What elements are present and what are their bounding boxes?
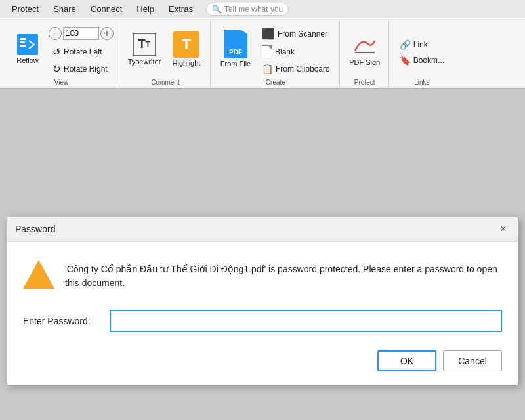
search-icon: 🔍 xyxy=(212,5,222,14)
dialog-body: ! 'Công ty Cổ phần Đầu tư Thế Giới Di Độ… xyxy=(7,242,518,385)
rotate-right-button[interactable]: ↻ Rotate Right xyxy=(49,61,114,77)
rotate-right-icon: ↻ xyxy=(52,63,61,75)
dialog-message-text: 'Công ty Cổ phần Đầu tư Thế Giới Di Động… xyxy=(65,260,502,290)
warning-icon: ! xyxy=(23,260,54,291)
menu-connect[interactable]: Connect xyxy=(84,3,129,15)
dialog-close-button[interactable]: × xyxy=(497,222,510,236)
protect-label: Protect xyxy=(341,79,388,86)
links-group: 🔗 Link 🔖 Bookm... Links xyxy=(390,21,453,89)
password-row: Enter Password: xyxy=(23,310,502,332)
menu-bar: Protect Share Connect Help Extras 🔍 Tell… xyxy=(0,0,525,18)
comment-label: Comment xyxy=(121,79,210,86)
zoom-out-button[interactable]: − xyxy=(49,27,62,40)
create-label: Create xyxy=(212,79,339,86)
from-file-button[interactable]: PDF From File xyxy=(217,26,254,73)
create-group: PDF From File ⬛ From Scanner Blank xyxy=(212,21,340,89)
reflow-icon xyxy=(17,34,38,55)
zoom-stack: − + ↺ Rotate Left ↻ Rotate Right xyxy=(49,22,114,77)
links-label: Links xyxy=(390,79,453,86)
links-stack: 🔗 Link 🔖 Bookm... xyxy=(396,31,448,68)
bookmark-button[interactable]: 🔖 Bookm... xyxy=(396,53,448,68)
password-input[interactable] xyxy=(110,310,502,332)
zoom-input[interactable] xyxy=(63,27,99,40)
password-dialog: Password × ! 'Công ty Cổ phần Đầu tư Thế… xyxy=(7,217,518,385)
warning-exclaim: ! xyxy=(36,242,41,256)
view-group: Reflow − + ↺ Rotate Left ↻ Rotate xyxy=(4,21,119,89)
typewriter-button[interactable]: TT Typewriter xyxy=(126,26,163,73)
typewriter-icon: TT xyxy=(133,33,156,56)
from-file-icon: PDF xyxy=(224,30,247,58)
link-icon: 🔗 xyxy=(400,39,411,50)
tell-me-box[interactable]: 🔍 Tell me what you xyxy=(206,3,289,16)
menu-share[interactable]: Share xyxy=(47,3,83,15)
from-scanner-button[interactable]: ⬛ From Scanner xyxy=(258,26,334,42)
warning-triangle: ! xyxy=(23,260,54,289)
rotate-left-icon: ↺ xyxy=(52,46,61,58)
pdf-sign-icon xyxy=(352,31,378,57)
protect-group: PDF Sign Protect xyxy=(341,21,389,89)
menu-protect[interactable]: Protect xyxy=(5,3,45,15)
menu-help[interactable]: Help xyxy=(130,3,161,15)
rotate-left-button[interactable]: ↺ Rotate Left xyxy=(49,44,114,60)
highlight-button[interactable]: T Highlight xyxy=(168,26,205,73)
blank-button[interactable]: Blank xyxy=(258,43,334,60)
clipboard-icon: 📋 xyxy=(262,64,273,74)
pdf-sign-button[interactable]: PDF Sign xyxy=(346,26,383,73)
password-label: Enter Password: xyxy=(23,316,102,326)
dialog-overlay: Password × ! 'Công ty Cổ phần Đầu tư Thế… xyxy=(0,177,525,217)
comment-group: TT Typewriter T Highlight Comment xyxy=(121,21,211,89)
menu-extras[interactable]: Extras xyxy=(162,3,200,15)
svg-rect-2 xyxy=(20,45,26,47)
dialog-title: Password xyxy=(15,224,55,234)
dialog-titlebar: Password × xyxy=(7,217,518,242)
create-stack: ⬛ From Scanner Blank 📋 From Clipboard xyxy=(258,22,334,76)
svg-rect-0 xyxy=(20,38,26,40)
dialog-message-row: ! 'Công ty Cổ phần Đầu tư Thế Giới Di Độ… xyxy=(23,260,502,291)
cancel-button[interactable]: Cancel xyxy=(443,350,502,371)
tell-me-text: Tell me what you xyxy=(224,5,283,14)
zoom-in-button[interactable]: + xyxy=(100,27,114,40)
from-clipboard-button[interactable]: 📋 From Clipboard xyxy=(258,62,334,76)
view-label: View xyxy=(4,79,119,86)
toolbar: Reflow − + ↺ Rotate Left ↻ Rotate xyxy=(0,18,525,89)
dialog-buttons: OK Cancel xyxy=(23,350,502,371)
ok-button[interactable]: OK xyxy=(377,350,436,371)
bookmark-icon: 🔖 xyxy=(400,55,411,66)
svg-rect-1 xyxy=(20,41,25,43)
highlight-icon: T xyxy=(173,32,200,58)
reflow-button[interactable]: Reflow xyxy=(9,26,46,73)
ribbon: Protect Share Connect Help Extras 🔍 Tell… xyxy=(0,0,525,89)
blank-icon xyxy=(262,45,272,58)
scanner-icon: ⬛ xyxy=(262,28,275,40)
link-button[interactable]: 🔗 Link xyxy=(396,37,448,52)
